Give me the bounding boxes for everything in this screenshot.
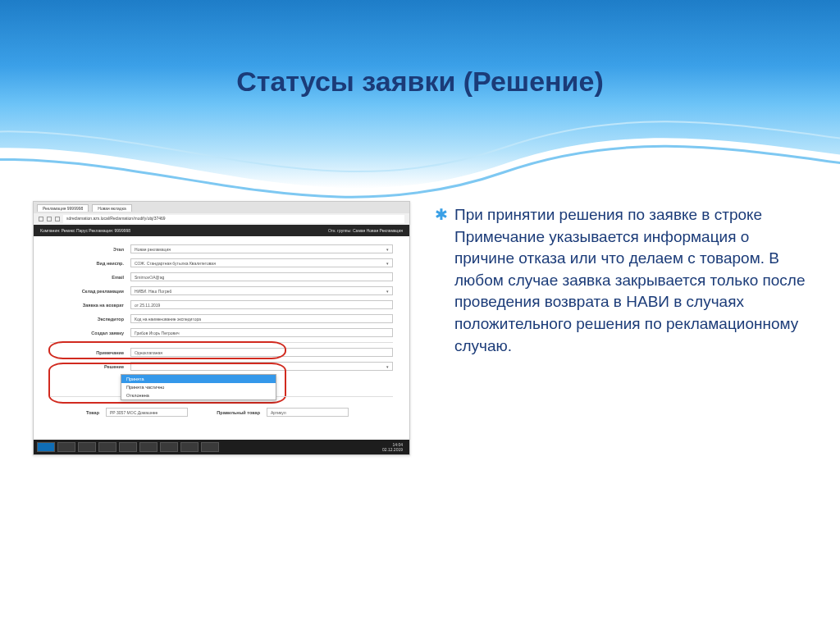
taskbar-item <box>57 442 75 452</box>
header-right-text: Отк. группы: Самая Новая Рекламация <box>328 228 403 233</box>
dropdown-option: Отклонена <box>121 391 276 399</box>
bullet-star-icon: ✱ <box>435 204 448 357</box>
decision-dropdown-open: Принята Принята частично Отклонена <box>121 374 276 400</box>
field-label: Создал заявку <box>50 331 124 336</box>
field-label: Этап <box>50 247 124 252</box>
taskbar-item <box>78 442 96 452</box>
text-column: ✱ При принятии решения по заявке в строк… <box>435 201 807 597</box>
slide-content: Рекламация 9999998 Новая вкладка sdrecla… <box>0 201 840 630</box>
field-input: Код на наименование экспедитора <box>130 314 393 323</box>
field-input: Новая рекламация <box>130 244 393 253</box>
taskbar-item <box>119 442 137 452</box>
field-input: SmirnovOA@ag <box>130 272 393 281</box>
browser-tab: Новая вкладка <box>92 204 131 212</box>
field-input: Грибов Игорь Петрович <box>130 328 393 337</box>
field-label: Заявка на возврат <box>50 303 124 308</box>
slide-title: Статусы заявки (Решение) <box>0 66 840 98</box>
windows-taskbar: 14:04 02.12.2019 <box>34 440 409 454</box>
form-body: ЭтапНовая рекламация Вид неиспр.СОЖ. Ста… <box>34 236 409 440</box>
field-input: НИВИ. Наш Погреб <box>130 286 393 295</box>
bullet-body: При принятии решения по заявке в строке … <box>454 204 807 357</box>
taskbar-item <box>98 442 116 452</box>
field-input: СОЖ. Стандартная бутылка Квалитетовая <box>130 258 393 267</box>
dropdown-option: Принята частично <box>121 383 276 391</box>
taskbar-item <box>201 442 219 452</box>
nav-reload-icon <box>55 217 60 221</box>
clock-date: 02.12.2019 <box>382 447 403 452</box>
start-button-icon <box>37 442 55 452</box>
header-left-text: Компания: Ремикс Парус Рекламация: 99999… <box>40 228 130 233</box>
taskbar-item <box>139 442 158 452</box>
field-label: Правильный товар <box>194 410 260 415</box>
browser-address-bar: sdreclamation.azs.local/Reclamation/modi… <box>34 213 409 225</box>
field-label: Склад рекламации <box>50 289 124 294</box>
nav-back-icon <box>39 217 43 221</box>
field-label: Email <box>50 275 124 280</box>
taskbar-item <box>180 442 199 452</box>
field-label: Вид неиспр. <box>50 261 124 266</box>
app-header-bar: Компания: Ремикс Парус Рекламация: 99999… <box>34 225 409 236</box>
address-url: sdreclamation.azs.local/Reclamation/modi… <box>63 215 404 223</box>
embedded-screenshot: Рекламация 9999998 Новая вкладка sdrecla… <box>33 201 410 455</box>
annotation-circle <box>48 341 286 359</box>
browser-tab-bar: Рекламация 9999998 Новая вкладка <box>34 202 409 213</box>
field-label: Экспедитор <box>50 317 124 322</box>
field-input: РР 3057 МОС Домашнее <box>106 408 188 417</box>
field-input: от 25.11.2019 <box>130 300 393 309</box>
nav-forward-icon <box>47 217 52 221</box>
taskbar-clock: 14:04 02.12.2019 <box>382 442 406 452</box>
field-input: Артикул <box>267 408 349 417</box>
bottom-row: Товар РР 3057 МОС Домашнее Правильный то… <box>50 408 393 417</box>
taskbar-item <box>160 442 178 452</box>
browser-tab: Рекламация 9999998 <box>37 204 89 212</box>
field-label: Товар <box>50 410 99 415</box>
dropdown-option: Принята <box>121 375 276 383</box>
